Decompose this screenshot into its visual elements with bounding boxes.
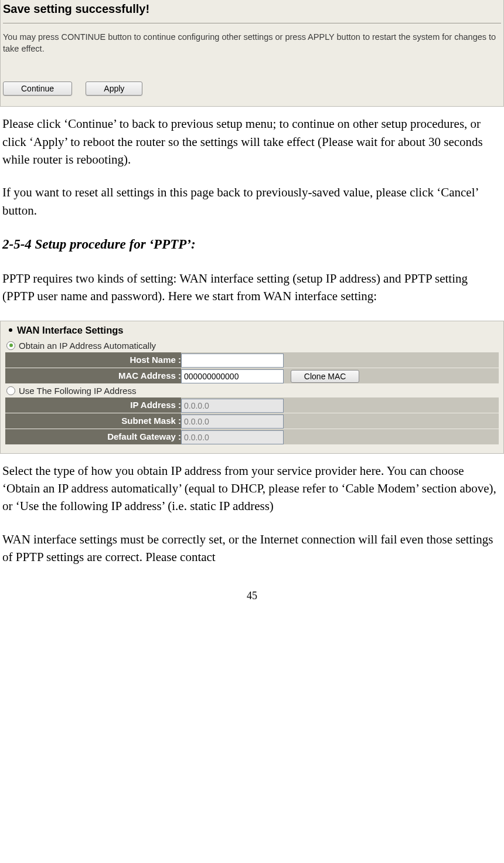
save-setting-panel: Save setting successfully! You may press… (0, 0, 504, 107)
default-gateway-row: Default Gateway : (5, 429, 499, 444)
paragraph-cancel: If you want to reset all settings in thi… (2, 184, 502, 219)
continue-button[interactable]: Continue (3, 81, 72, 96)
default-gateway-label: Default Gateway : (5, 429, 181, 444)
subnet-mask-cell (181, 413, 499, 429)
save-setting-desc: You may press CONTINUE button to continu… (3, 32, 501, 55)
paragraph-pptp-intro: PPTP requires two kinds of setting: WAN … (2, 270, 502, 305)
subnet-mask-label: Subnet Mask : (5, 413, 181, 429)
apply-button[interactable]: Apply (86, 81, 142, 96)
radio-static[interactable] (6, 386, 15, 395)
ip-address-input[interactable] (181, 399, 284, 413)
radio-static-row[interactable]: Use The Following IP Address (5, 384, 499, 397)
mac-address-label: MAC Address : (5, 368, 181, 383)
page-number: 45 (0, 590, 504, 607)
clone-mac-button[interactable]: Clone MAC (291, 370, 360, 383)
wan-interface-panel: WAN Interface Settings Obtain an IP Addr… (0, 321, 504, 454)
wan-auto-table: Host Name : MAC Address : Clone MAC (5, 352, 499, 384)
wan-static-table: IP Address : Subnet Mask : Default Gatew… (5, 397, 499, 445)
radio-obtain-auto-label: Obtain an IP Address Automatically (19, 341, 156, 351)
mac-address-input[interactable] (181, 369, 284, 383)
ip-address-cell (181, 397, 499, 413)
save-setting-buttons: Continue Apply (3, 80, 501, 98)
ip-address-label: IP Address : (5, 397, 181, 413)
ip-address-row: IP Address : (5, 397, 499, 413)
paragraph-continue-apply: Please click ‘Continue’ to back to previ… (2, 115, 502, 168)
host-name-label: Host Name : (5, 352, 181, 368)
bullet-icon (9, 328, 12, 332)
wan-title-text: WAN Interface Settings (17, 325, 124, 335)
save-setting-title: Save setting successfully! (3, 0, 501, 23)
host-name-cell (181, 352, 499, 368)
section-heading-pptp: 2-5-4 Setup procedure for ‘PPTP’: (2, 235, 502, 254)
mac-address-row: MAC Address : Clone MAC (5, 368, 499, 383)
wan-interface-title: WAN Interface Settings (5, 325, 499, 339)
default-gateway-cell (181, 429, 499, 444)
radio-obtain-auto-row[interactable]: Obtain an IP Address Automatically (5, 339, 499, 352)
host-name-row: Host Name : (5, 352, 499, 368)
radio-static-label: Use The Following IP Address (19, 386, 136, 396)
document-body: Please click ‘Continue’ to back to previ… (0, 115, 504, 305)
paragraph-select-type: Select the type of how you obtain IP add… (2, 462, 502, 515)
mac-address-cell: Clone MAC (181, 368, 499, 383)
subnet-mask-input[interactable] (181, 414, 284, 429)
default-gateway-input[interactable] (181, 430, 284, 444)
radio-obtain-auto[interactable] (6, 341, 15, 350)
host-name-input[interactable] (181, 354, 284, 368)
document-body-lower: Select the type of how you obtain IP add… (0, 462, 504, 566)
radio-dot-icon (9, 344, 13, 347)
paragraph-wan-warning: WAN interface settings must be correctly… (2, 531, 502, 566)
subnet-mask-row: Subnet Mask : (5, 413, 499, 429)
